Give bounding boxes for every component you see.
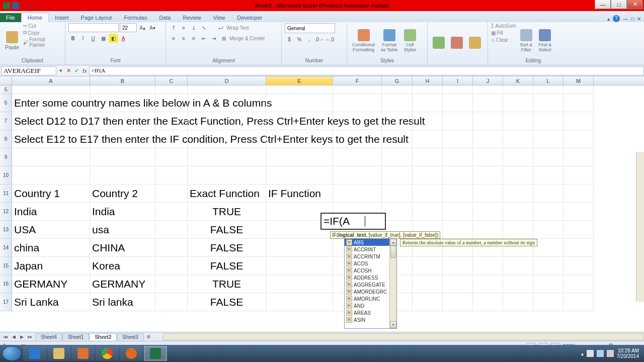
cell-e10[interactable] (266, 166, 333, 185)
decrease-decimal-icon[interactable]: ←.0 (325, 35, 334, 44)
worksheet-grid[interactable]: A B C D E F G H I J K L M 56Enter some c… (0, 76, 644, 332)
cell-l15[interactable] (533, 257, 564, 275)
cell-a9[interactable] (12, 148, 90, 166)
row-header-16[interactable]: 16 (0, 275, 12, 293)
cell-e14[interactable] (266, 239, 333, 257)
help-icon[interactable]: ? (613, 15, 620, 22)
cell-b7[interactable] (90, 112, 155, 130)
cell-g5[interactable] (382, 85, 413, 94)
cell-e7[interactable] (266, 112, 333, 130)
increase-indent-icon[interactable]: ⇥ (209, 34, 218, 43)
cell-h9[interactable] (413, 148, 443, 166)
cell-h17[interactable] (413, 293, 443, 311)
conditional-formatting-button[interactable]: Conditional Formatting (350, 23, 377, 58)
cell-e5[interactable] (266, 85, 333, 94)
tab-file[interactable]: File (0, 13, 21, 22)
cell-e17[interactable] (266, 293, 333, 311)
cell-i9[interactable] (443, 148, 473, 166)
enter-formula-icon[interactable]: ✓ (72, 67, 80, 74)
col-header-k[interactable]: K (503, 76, 533, 85)
cell-b6[interactable] (90, 94, 155, 112)
col-header-a[interactable]: A (12, 76, 90, 85)
taskbar-explorer[interactable] (47, 346, 70, 361)
cell-h6[interactable] (413, 94, 443, 112)
sheet-nav-last-icon[interactable]: ⏭ (26, 334, 33, 339)
cell-b17[interactable]: Sri lanka (90, 293, 155, 311)
cell-a6[interactable]: Enter some country names like below in A… (12, 94, 90, 112)
cell-j12[interactable] (473, 203, 503, 221)
autocomplete-item-accrint[interactable]: fxACCRINT (345, 246, 396, 253)
sheet-tab-sheet2[interactable]: Sheet2 (89, 333, 117, 340)
horizontal-scrollbar[interactable] (163, 333, 644, 340)
cell-l7[interactable] (533, 112, 564, 130)
cell-l17[interactable] (533, 293, 564, 311)
currency-icon[interactable]: $ (285, 35, 294, 44)
taskbar-ie[interactable] (23, 346, 46, 361)
decrease-indent-icon[interactable]: ⇤ (199, 34, 208, 43)
cell-m16[interactable] (564, 275, 594, 293)
autocomplete-item-accrintm[interactable]: fxACCRINTM (345, 253, 396, 260)
cell-b16[interactable]: GERMANY (90, 275, 155, 293)
tab-view[interactable]: View (207, 13, 231, 22)
cell-l5[interactable] (533, 85, 564, 94)
cell-m5[interactable] (564, 85, 594, 94)
new-sheet-icon[interactable]: ⊕ (144, 334, 153, 339)
row-header-17[interactable]: 17 (0, 293, 12, 311)
cell-g10[interactable] (382, 166, 413, 185)
cell-k6[interactable] (503, 94, 533, 112)
percent-icon[interactable]: % (295, 35, 304, 44)
format-as-table-button[interactable]: Format as Table (379, 23, 399, 58)
col-header-d[interactable]: D (188, 76, 266, 85)
cell-b12[interactable]: India (90, 203, 155, 221)
cell-k15[interactable] (503, 257, 533, 275)
qat-dropdown-icon[interactable]: ▾ (34, 4, 36, 8)
cell-d14[interactable]: FALSE (188, 239, 266, 257)
cell-g6[interactable] (382, 94, 413, 112)
row-header-15[interactable]: 15 (0, 257, 12, 275)
start-button[interactable] (2, 346, 22, 361)
align-bottom-icon[interactable]: ⤓ (189, 23, 198, 32)
number-format-select[interactable] (285, 23, 335, 33)
function-autocomplete-list[interactable]: fxABSfxACCRINTfxACCRINTMfxACOSfxACOSHfxA… (344, 238, 397, 329)
cell-j7[interactable] (473, 112, 503, 130)
row-header-10[interactable]: 10 (0, 166, 12, 185)
cell-m17[interactable] (564, 293, 594, 311)
cell-k16[interactable] (503, 275, 533, 293)
clear-button[interactable]: ◇Clear (491, 37, 516, 43)
sheet-tab-sheet3[interactable]: Sheet3 (117, 333, 144, 340)
minimize-button[interactable]: — (595, 0, 611, 9)
cell-i7[interactable] (443, 112, 473, 130)
cell-d5[interactable] (188, 85, 266, 94)
autocomplete-scrollbar[interactable]: ▴ ▾ (389, 239, 396, 328)
cell-i16[interactable] (443, 275, 473, 293)
col-header-m[interactable]: M (564, 76, 594, 85)
cell-a12[interactable]: India (12, 203, 90, 221)
col-header-i[interactable]: I (443, 76, 473, 85)
cell-g11[interactable] (382, 185, 413, 203)
cell-e8[interactable] (266, 130, 333, 148)
cell-k7[interactable] (503, 112, 533, 130)
cell-i10[interactable] (443, 166, 473, 185)
cell-c8[interactable] (155, 130, 188, 148)
underline-button[interactable]: U (89, 34, 98, 43)
name-box-dropdown-icon[interactable]: ▾ (57, 67, 64, 74)
cell-j11[interactable] (473, 185, 503, 203)
cell-k5[interactable] (503, 85, 533, 94)
cell-l6[interactable] (533, 94, 564, 112)
wrap-text-button[interactable]: ⮐ (216, 23, 225, 32)
sheet-tab-sheet4[interactable]: Sheet4 (35, 333, 62, 340)
cell-m6[interactable] (564, 94, 594, 112)
merge-center-button[interactable]: ⊞ (219, 34, 228, 43)
cell-a10[interactable] (12, 166, 90, 185)
cell-m14[interactable] (564, 239, 594, 257)
cell-k8[interactable] (503, 130, 533, 148)
tray-flag-icon[interactable] (587, 350, 594, 357)
cell-i5[interactable] (443, 85, 473, 94)
cell-c17[interactable] (155, 293, 188, 311)
cell-h8[interactable] (413, 130, 443, 148)
active-cell-editor[interactable]: =IF(A (320, 213, 386, 230)
row-header-13[interactable]: 13 (0, 221, 12, 239)
doc-restore-icon[interactable]: □ (631, 16, 634, 22)
cell-b14[interactable]: CHINA (90, 239, 155, 257)
cell-a15[interactable]: Japan (12, 257, 90, 275)
